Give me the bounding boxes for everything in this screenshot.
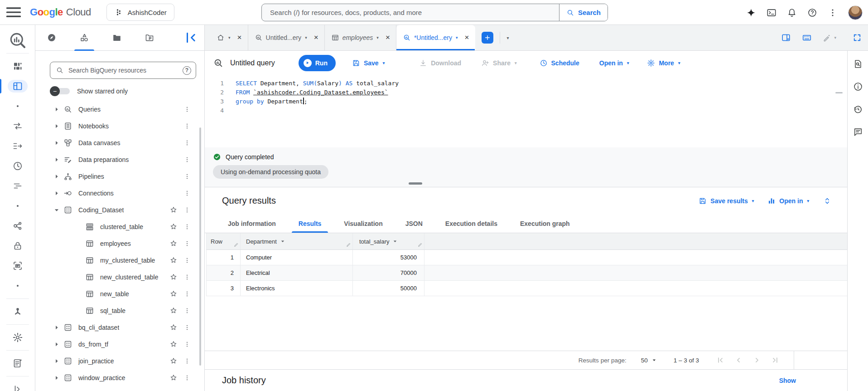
kebab-menu-icon[interactable] — [183, 307, 191, 314]
kebab-menu-icon[interactable] — [183, 206, 191, 214]
kebab-menu-icon[interactable] — [183, 173, 191, 180]
close-icon[interactable]: × — [463, 33, 470, 42]
column-header-total_salary[interactable]: total_salary — [353, 233, 424, 249]
explorer-tab-featured[interactable] — [41, 25, 63, 51]
expand-caret-icon[interactable] — [53, 105, 61, 113]
tree-item-my_clustered_table[interactable]: my_clustered_table — [35, 252, 204, 269]
page-size-select[interactable]: 50 — [641, 357, 657, 364]
global-search-button[interactable]: Search — [559, 4, 608, 21]
panel-drag-handle[interactable] — [409, 182, 422, 185]
table-row[interactable]: 1Computer53000 — [206, 250, 847, 265]
notifications-bell-icon[interactable] — [787, 8, 797, 18]
results-tab-json[interactable]: JSON — [394, 214, 434, 233]
kebab-menu-icon[interactable] — [183, 223, 191, 230]
expand-caret-icon[interactable] — [53, 122, 61, 130]
bigquery-logo-icon[interactable] — [8, 30, 28, 50]
results-tab-job-information[interactable]: Job information — [217, 214, 287, 233]
data-policies-icon[interactable] — [12, 260, 23, 271]
tree-section-Data preparations[interactable]: Data preparations — [35, 151, 204, 168]
tree-section-Data canvases[interactable]: Data canvases — [35, 134, 204, 151]
cloud-shell-icon[interactable] — [767, 8, 776, 18]
tree-section-Notebooks[interactable]: Notebooks — [35, 117, 204, 134]
open-in-button[interactable]: Open in ▾ — [599, 59, 629, 67]
avatar[interactable] — [848, 5, 863, 20]
star-icon[interactable] — [169, 340, 178, 348]
monitoring-icon[interactable] — [12, 181, 23, 191]
expand-caret-icon[interactable] — [53, 189, 61, 197]
results-tab-results[interactable]: Results — [287, 214, 333, 233]
first-page-icon[interactable] — [715, 356, 724, 365]
tree-section-Coding_Dataset[interactable]: Coding_Dataset — [35, 201, 204, 218]
caret-down-icon[interactable]: ▾ — [305, 35, 307, 40]
caret-down-icon[interactable]: ▾ — [228, 35, 231, 40]
table-row[interactable]: 3Electronics50000 — [206, 281, 847, 296]
explorer-tab-projects[interactable] — [106, 25, 128, 51]
job-history-show-button[interactable]: Show — [779, 377, 796, 384]
search-help-icon[interactable]: ? — [183, 66, 191, 75]
results-tab-visualization[interactable]: Visualization — [333, 214, 394, 233]
expand-results-icon[interactable] — [823, 196, 832, 205]
save-button[interactable]: Save ▾ — [352, 59, 385, 67]
tab-home[interactable]: ▾× — [210, 25, 248, 50]
migration-icon[interactable] — [12, 141, 23, 152]
expand-caret-icon[interactable] — [53, 374, 61, 382]
kebab-menu-icon[interactable] — [183, 106, 191, 113]
close-icon[interactable]: × — [313, 33, 320, 42]
kebab-menu-icon[interactable] — [183, 341, 191, 348]
sort-caret-icon[interactable] — [392, 238, 398, 244]
doc-search-icon[interactable] — [853, 59, 863, 69]
split-view-icon[interactable] — [781, 33, 791, 43]
tree-section-Connections[interactable]: Connections — [35, 185, 204, 201]
next-page-icon[interactable] — [752, 356, 762, 365]
share-button[interactable]: Share ▾ — [481, 59, 516, 67]
scheduling-icon[interactable] — [12, 161, 23, 171]
kebab-menu-icon[interactable] — [183, 139, 191, 147]
tree-item-sql_table[interactable]: sql_table — [35, 302, 204, 319]
more-options-icon[interactable] — [828, 8, 838, 18]
star-icon[interactable] — [169, 223, 178, 231]
kebab-menu-icon[interactable] — [183, 324, 191, 331]
collapse-panel-icon[interactable] — [183, 29, 199, 46]
star-icon[interactable] — [169, 374, 178, 382]
governance-icon[interactable] — [12, 306, 23, 317]
expand-caret-icon[interactable] — [53, 357, 61, 365]
history-icon[interactable] — [853, 104, 863, 114]
explorer-search-input[interactable] — [68, 67, 178, 74]
new-tab-button[interactable] — [482, 32, 493, 44]
tree-item-new_clustered_table[interactable]: new_clustered_table — [35, 269, 204, 285]
previous-page-icon[interactable] — [734, 356, 743, 365]
kebab-menu-icon[interactable] — [183, 190, 191, 197]
tab-list-caret-icon[interactable]: ▾ — [506, 35, 509, 40]
expand-caret-icon[interactable] — [53, 139, 61, 147]
tree-item-clustered_table[interactable]: clustered_table — [35, 218, 204, 235]
schedule-button[interactable]: Schedule — [540, 59, 579, 67]
kebab-menu-icon[interactable] — [183, 122, 191, 130]
download-button[interactable]: Download — [419, 59, 461, 67]
info-icon[interactable] — [853, 82, 863, 92]
expand-caret-icon[interactable] — [53, 206, 61, 214]
release-notes-icon[interactable] — [12, 358, 23, 369]
column-header-row[interactable]: Row — [207, 233, 241, 249]
project-selector[interactable]: AshishCoder — [106, 4, 174, 21]
results-tab-execution-graph[interactable]: Execution graph — [509, 214, 581, 233]
expand-caret-icon[interactable] — [53, 156, 61, 164]
kebab-menu-icon[interactable] — [183, 257, 191, 264]
star-icon[interactable] — [169, 357, 178, 365]
workspace-icon[interactable] — [12, 81, 23, 92]
column-edit-pencil-icon[interactable] — [233, 242, 239, 248]
sql-editor[interactable]: 1234 SELECT Department, SUM(Salary) AS t… — [205, 75, 847, 147]
fullscreen-icon[interactable] — [853, 33, 862, 42]
kebab-menu-icon[interactable] — [183, 240, 191, 247]
section-dot-3-icon[interactable] — [12, 280, 23, 291]
expand-caret-icon[interactable] — [53, 172, 61, 181]
results-open-in-button[interactable]: Open in ▾ — [767, 197, 809, 205]
explorer-tab-repositories[interactable] — [139, 25, 160, 51]
sql-code[interactable]: SELECT Department, SUM(Salary) AS total_… — [231, 75, 399, 147]
sql-generation-tool[interactable]: ▾ — [823, 33, 836, 42]
editor-scrollbar[interactable] — [835, 92, 843, 93]
chat-icon[interactable] — [853, 127, 863, 137]
starred-toggle[interactable]: − — [50, 86, 71, 96]
star-icon[interactable] — [169, 307, 178, 315]
column-edit-pencil-icon[interactable] — [417, 242, 423, 248]
expand-caret-icon[interactable] — [53, 340, 61, 348]
